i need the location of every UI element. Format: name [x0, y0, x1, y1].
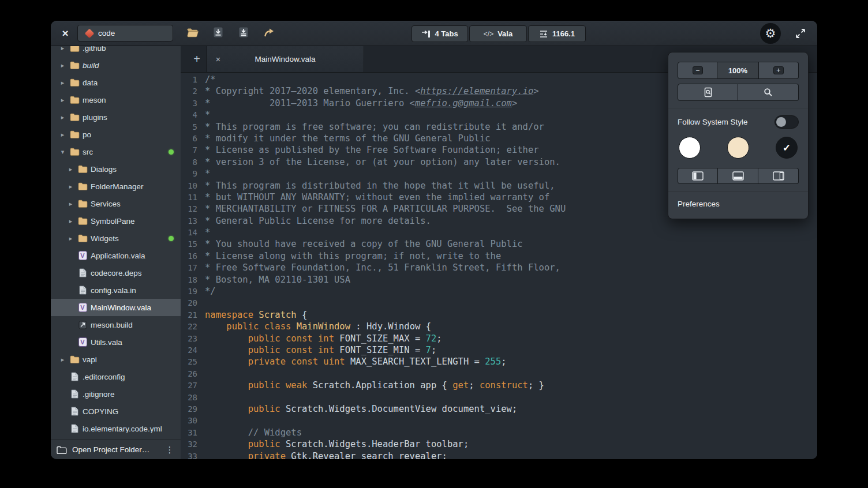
tree-item-label: plugins	[83, 113, 107, 122]
chevron-right-icon[interactable]: ▸	[67, 200, 74, 208]
kebab-menu-icon[interactable]: ⋮	[164, 445, 175, 455]
line-number: 11	[181, 192, 205, 203]
tree-item-po[interactable]: ▸po	[51, 126, 181, 143]
project-app-icon	[85, 28, 95, 38]
chevron-right-icon[interactable]: ▸	[59, 62, 66, 69]
tree-item-plugins[interactable]: ▸plugins	[51, 108, 181, 126]
header-bar: × code 4 Tabs </> Vala 1166.1 ⚙	[51, 21, 817, 46]
vala-icon: V	[77, 337, 88, 347]
settings-gear-button[interactable]: ⚙	[760, 23, 781, 44]
tree-item-config-vala-in[interactable]: config.vala.in	[51, 281, 181, 299]
follow-system-toggle[interactable]	[775, 115, 799, 129]
layout-sidebar-right-icon	[773, 171, 784, 181]
tree-item-symbolpane[interactable]: ▸SymbolPane	[51, 212, 181, 230]
line-number: 28	[181, 392, 205, 403]
tree-item-mainwindow-vala[interactable]: VMainWindow.vala	[51, 299, 181, 316]
toggle-sidebar-button[interactable]	[678, 168, 718, 184]
style-light-button[interactable]	[679, 137, 701, 159]
chevron-right-icon[interactable]: ▸	[59, 114, 66, 121]
tree-item-src[interactable]: ▾src	[51, 143, 181, 160]
code-line: 24 public const int FONT_SIZE_MIN = 7;	[181, 344, 817, 356]
chevron-right-icon[interactable]: ▸	[67, 166, 74, 173]
new-tab-button[interactable]: +	[188, 46, 206, 72]
folder-icon	[77, 182, 88, 190]
tree-item-label: po	[83, 130, 91, 139]
tree-item-label: FolderManager	[91, 182, 144, 191]
open-folder-button[interactable]	[184, 25, 202, 42]
code-line: 14*	[181, 227, 817, 238]
code-line: 21namespace Scratch {	[181, 309, 817, 321]
line-number: 9	[181, 168, 205, 179]
tree-item-vapi[interactable]: ▸vapi	[51, 351, 181, 368]
chevron-right-icon[interactable]: ▸	[67, 217, 74, 225]
preferences-button[interactable]: Preferences	[678, 198, 720, 209]
language-label: Vala	[497, 29, 512, 38]
code-brackets-icon: </>	[484, 30, 493, 38]
window-close-button[interactable]: ×	[58, 26, 73, 41]
goto-line-button[interactable]: 1166.1	[528, 25, 586, 42]
chevron-down-icon[interactable]: ▾	[59, 148, 66, 156]
tabs-overview-button[interactable]: 4 Tabs	[411, 25, 468, 42]
line-number: 10	[181, 180, 205, 192]
line-number: 15	[181, 238, 205, 250]
file-icon	[77, 286, 88, 295]
file-icon	[69, 407, 80, 416]
tree-item-application-vala[interactable]: VApplication.vala	[51, 247, 181, 264]
code-text: * version 3 of the License, or (at your …	[205, 156, 560, 168]
style-dark-button[interactable]: ✓	[776, 137, 798, 159]
line-number: 8	[181, 156, 205, 168]
toggle-right-panel-button[interactable]	[758, 168, 799, 184]
find-button[interactable]	[738, 84, 799, 101]
save-as-icon	[238, 27, 249, 40]
chevron-right-icon[interactable]: ▸	[59, 131, 66, 138]
chevron-right-icon[interactable]: ▸	[59, 356, 66, 363]
tab-close-icon[interactable]: ×	[212, 46, 224, 72]
modified-badge	[169, 236, 174, 241]
chevron-right-icon[interactable]: ▸	[67, 235, 74, 242]
tree-item-dialogs[interactable]: ▸Dialogs	[51, 160, 181, 178]
open-project-folder-button[interactable]: Open Project Folder… ⋮	[51, 440, 181, 459]
meson-icon	[77, 321, 88, 329]
tree-item-io-elementary-code-yml[interactable]: io.elementary.code.yml	[51, 420, 181, 433]
tree-item--editorconfig[interactable]: .editorconfig	[51, 368, 181, 385]
revert-icon	[263, 27, 275, 39]
tree-item-meson-build[interactable]: meson.build	[51, 316, 181, 333]
style-sepia-button[interactable]	[727, 137, 749, 159]
separator	[668, 108, 808, 108]
chevron-right-icon[interactable]: ▸	[67, 183, 74, 190]
tree-item-build[interactable]: ▸build	[51, 57, 181, 74]
tree-item-meson[interactable]: ▸meson	[51, 91, 181, 108]
tree-item-services[interactable]: ▸Services	[51, 195, 181, 212]
code-text: */	[205, 286, 216, 297]
zoom-out-button[interactable]: −	[678, 62, 717, 79]
file-icon	[77, 268, 88, 277]
tree-item-codecore-deps[interactable]: codecore.deps	[51, 264, 181, 281]
chevron-right-icon[interactable]: ▸	[59, 96, 66, 104]
code-line: 30	[181, 415, 817, 426]
line-number: 33	[181, 451, 205, 460]
language-selector-button[interactable]: </> Vala	[469, 25, 527, 42]
tree-item-foldermanager[interactable]: ▸FolderManager	[51, 178, 181, 195]
save-as-button[interactable]	[234, 25, 253, 42]
tree-item--gitignore[interactable]: .gitignore	[51, 385, 181, 403]
code-text: * modify it under the terms of the GNU G…	[205, 133, 491, 144]
code-text: * This program is free software; you can…	[205, 121, 544, 133]
folder-icon	[69, 148, 80, 156]
revert-button[interactable]	[260, 25, 278, 42]
separator	[668, 191, 808, 192]
find-in-files-button[interactable]	[678, 84, 738, 101]
tree-item--github[interactable]: ▸.github	[51, 46, 181, 57]
tree-item-utils-vala[interactable]: VUtils.vala	[51, 333, 181, 351]
save-button[interactable]	[209, 25, 227, 42]
chevron-right-icon[interactable]: ▸	[59, 79, 66, 87]
code-text: private const uint MAX_SEARCH_TEXT_LENGT…	[205, 356, 507, 367]
tab-mainwindow-vala[interactable]: × MainWindow.vala	[206, 46, 364, 72]
zoom-in-button[interactable]: +	[759, 62, 799, 79]
chevron-right-icon[interactable]: ▸	[59, 46, 66, 52]
tree-item-copying[interactable]: COPYING	[51, 403, 181, 420]
project-chooser-button[interactable]: code	[77, 25, 173, 42]
tree-item-data[interactable]: ▸data	[51, 74, 181, 91]
fullscreen-button[interactable]	[792, 26, 809, 41]
toggle-bottom-panel-button[interactable]	[718, 168, 758, 184]
tree-item-widgets[interactable]: ▸Widgets	[51, 230, 181, 247]
